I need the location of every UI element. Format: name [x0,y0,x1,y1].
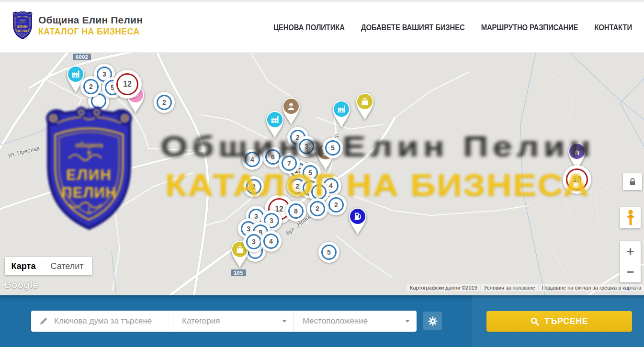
cluster-marker[interactable]: 3 [296,136,317,157]
category-select[interactable]: Категория [173,311,294,332]
advanced-settings-button[interactable] [423,312,442,330]
cluster-marker[interactable]: 7 [279,153,300,174]
cluster-marker[interactable]: 5 [322,137,343,158]
search-icon [531,317,539,326]
factory-pin[interactable] [330,99,353,129]
keyword-field-wrap [31,311,173,332]
cluster-marker[interactable]: 4 [260,231,282,252]
category-select-label: Категория [182,316,220,326]
cluster-marker[interactable]: 5 [318,242,339,263]
location-select[interactable]: Местоположение [294,311,417,332]
chevron-down-icon [282,320,287,323]
search-fields-bar: Категория Местоположение [31,311,417,332]
search-bar: Категория Местоположение ТЪРСЕНЕ [0,295,644,347]
gear-icon [428,316,438,326]
location-select-label: Местоположение [303,316,368,326]
main-nav: ЦЕНОВА ПОЛИТИКА ДОБАВЕТЕ ВАШИЯТ БИЗНЕС М… [273,2,632,53]
search-button-label: ТЪРСЕНЕ [544,316,588,326]
cluster-marker[interactable]: 2 [307,198,328,219]
pencil-icon [39,316,48,326]
municipality-crest-logo [11,11,34,40]
site-subtitle: КАТАЛОГ НА БИЗНЕСА [38,27,143,37]
attribution-report-link[interactable]: Подаване на сигнал за грешка в картата [539,284,644,291]
google-map[interactable]: 6002105ул. Преславбул. „Новоселци“ 32512… [0,53,644,295]
zoom-control: + − [620,241,641,282]
keyword-search-input[interactable] [54,316,167,326]
factory-pin[interactable] [263,110,286,139]
nav-item-contacts[interactable]: КОНТАКТИ [594,23,632,32]
nav-item-route-schedule[interactable]: МАРШРУТНО РАЗПИСАНИЕ [481,23,578,32]
cluster-marker[interactable]: 4 [242,149,263,170]
map-type-map-button[interactable]: Карта [5,257,42,275]
search-submit-button[interactable]: ТЪРСЕНЕ [486,311,632,332]
cluster-marker[interactable]: 2 [154,92,175,113]
map-type-control: Карта Сателит [5,257,92,275]
nav-item-add-business[interactable]: ДОБАВЕТЕ ВАШИЯТ БИЗНЕС [361,23,465,32]
street-view-pegman[interactable] [620,207,641,228]
google-logo[interactable]: Google [4,280,38,291]
map-attribution: Картографски данни ©2019 Условия за полз… [407,284,644,291]
map-type-satellite-button[interactable]: Сателит [42,257,92,275]
pegman-icon [625,210,636,226]
cluster-marker[interactable]: 2 [243,176,264,197]
shopping-bag-pin[interactable] [353,91,376,121]
fuel-pin[interactable] [346,206,369,236]
zoom-out-button[interactable]: − [620,262,641,282]
attribution-copyright: Картографски данни ©2019 [407,284,480,291]
site-title: Община Елин Пелин [38,14,143,26]
nav-item-pricing[interactable]: ЦЕНОВА ПОЛИТИКА [273,23,345,32]
brand[interactable]: Община Елин Пелин КАТАЛОГ НА БИЗНЕСА [11,11,143,40]
zoom-in-button[interactable]: + [620,241,641,262]
cluster-marker[interactable]: 2 [80,76,102,97]
lock-icon [629,178,636,186]
attribution-terms-link[interactable]: Условия за ползване [481,284,538,291]
lock-control[interactable] [623,173,642,190]
cluster-marker[interactable]: 2 [326,194,347,215]
chevron-down-icon [405,320,410,323]
cluster-marker[interactable]: 8 [285,201,306,222]
cluster-marker[interactable]: 10 [563,165,591,194]
marker-layer: 3251222313564752274812822333834510 [0,53,644,295]
site-header: Община Елин Пелин КАТАЛОГ НА БИЗНЕСА ЦЕН… [0,2,644,53]
cluster-marker[interactable]: 12 [113,70,142,99]
